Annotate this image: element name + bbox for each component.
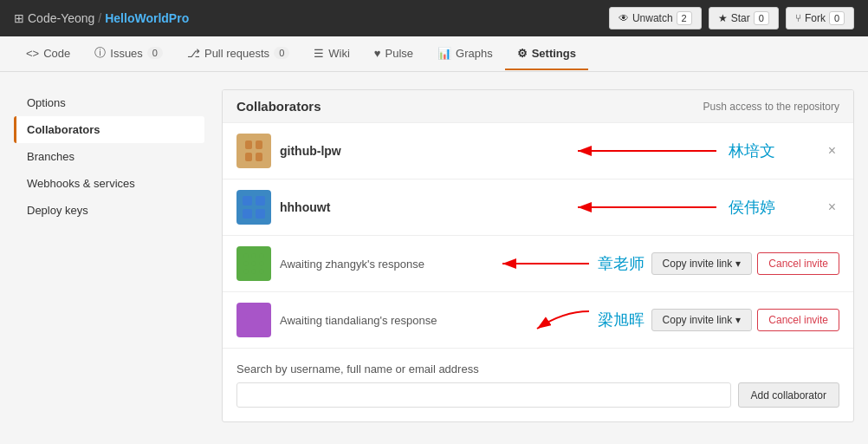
pr-icon: ⎇ — [187, 47, 200, 60]
unwatch-count: 2 — [677, 11, 692, 25]
collab-name-hhhouwt: hhhouwt — [280, 200, 552, 214]
collab-actions-tiandaliang: Copy invite link ▾ Cancel invite — [651, 309, 839, 331]
eye-icon: 👁 — [619, 12, 629, 24]
remove-collaborator-github-lpw[interactable]: × — [825, 143, 839, 159]
svg-point-14 — [259, 253, 264, 258]
annotation-group-4: 梁旭晖 — [528, 303, 651, 337]
annotation-group-2: 侯伟婷 — [552, 194, 824, 220]
tab-pull-requests[interactable]: ⎇ Pull requests 0 — [175, 38, 301, 70]
issues-icon: ⓘ — [94, 45, 106, 61]
svg-rect-3 — [256, 153, 262, 161]
main-subtitle: Push access to the repository — [703, 101, 839, 113]
collaborator-row-tiandaliang: Awaiting tiandaliang's response 梁旭晖 Copy… — [223, 292, 853, 349]
code-icon: <> — [26, 47, 39, 60]
avatar-zhangyk — [236, 246, 271, 281]
collaborator-row-hhhouwt: hhhouwt 侯伟婷 × — [223, 180, 853, 236]
main-title: Collaborators — [236, 99, 321, 114]
svg-rect-9 — [256, 209, 265, 219]
fork-icon: ⑂ — [795, 12, 801, 24]
svg-rect-23 — [246, 314, 262, 318]
svg-rect-8 — [243, 209, 252, 219]
chinese-label-2: 侯伟婷 — [729, 197, 775, 218]
svg-point-18 — [243, 269, 249, 274]
collaborator-row-github-lpw: github-lpw 林培文 × — [223, 123, 853, 180]
svg-rect-0 — [245, 140, 252, 149]
avatar-github-lpw — [236, 134, 271, 168]
tab-code[interactable]: <> Code — [14, 38, 82, 70]
tab-wiki[interactable]: ☰ Wiki — [301, 38, 362, 70]
remove-collaborator-hhhouwt[interactable]: × — [825, 199, 839, 215]
svg-point-12 — [243, 253, 249, 258]
fork-button[interactable]: ⑂ Fork 0 — [786, 7, 854, 29]
dropdown-icon-zhangyk: ▾ — [735, 258, 741, 270]
dropdown-icon-tiandaliang: ▾ — [735, 314, 741, 326]
svg-point-16 — [251, 261, 256, 266]
repo-breadcrumb: ⊞ Code-Yeong / HelloWorldPro — [14, 11, 189, 25]
chinese-label-3: 章老师 — [598, 253, 645, 274]
pr-badge: 0 — [274, 47, 289, 59]
annotation-group-3: 章老师 — [494, 251, 651, 277]
copy-invite-link-button-zhangyk[interactable]: Copy invite link ▾ — [651, 252, 753, 275]
header: ⊞ Code-Yeong / HelloWorldPro 👁 Unwatch 2… — [0, 0, 868, 36]
svg-point-13 — [251, 253, 256, 258]
sidebar-item-options[interactable]: Options — [14, 89, 204, 116]
separator: / — [98, 11, 101, 25]
svg-rect-6 — [243, 196, 252, 206]
main-header: Collaborators Push access to the reposit… — [223, 90, 853, 123]
arrow-svg-2 — [569, 194, 725, 220]
header-actions: 👁 Unwatch 2 ★ Star 0 ⑂ Fork 0 — [609, 7, 854, 29]
settings-icon: ⚙ — [517, 47, 528, 60]
collab-name-github-lpw: github-lpw — [280, 144, 552, 158]
content: Options Collaborators Branches Webhooks … — [0, 72, 868, 440]
collab-status-tiandaliang: Awaiting tiandaliang's response — [280, 314, 528, 327]
collab-actions-zhangyk: Copy invite link ▾ Cancel invite — [651, 252, 839, 275]
fork-count: 0 — [829, 11, 845, 25]
tab-issues[interactable]: ⓘ Issues 0 — [82, 36, 175, 71]
pulse-icon: ♥ — [374, 47, 381, 60]
cancel-invite-button-tiandaliang[interactable]: Cancel invite — [757, 309, 839, 331]
tab-graphs[interactable]: 📊 Graphs — [425, 38, 505, 70]
sidebar: Options Collaborators Branches Webhooks … — [14, 89, 204, 422]
cancel-invite-button-zhangyk[interactable]: Cancel invite — [757, 252, 839, 275]
sidebar-item-deploy-keys[interactable]: Deploy keys — [14, 197, 204, 224]
nav-tabs: <> Code ⓘ Issues 0 ⎇ Pull requests 0 ☰ W… — [0, 36, 868, 72]
sidebar-item-webhooks[interactable]: Webhooks & services — [14, 170, 204, 197]
collaborator-row-zhangyk: Awaiting zhangyk's response 章老师 Copy inv… — [223, 236, 853, 292]
star-count: 0 — [754, 11, 769, 25]
arrow-svg-3 — [494, 251, 598, 277]
add-collaborator-button[interactable]: Add collaborator — [738, 382, 839, 408]
svg-point-19 — [251, 269, 256, 274]
star-button[interactable]: ★ Star 0 — [709, 7, 779, 29]
avatar-hhhouwt — [236, 190, 271, 225]
wiki-icon: ☰ — [314, 47, 324, 60]
main-panel: Collaborators Push access to the reposit… — [222, 89, 854, 422]
graphs-icon: 📊 — [437, 47, 451, 60]
svg-point-17 — [259, 261, 264, 266]
tab-pulse[interactable]: ♥ Pulse — [362, 38, 425, 70]
issues-badge: 0 — [147, 47, 163, 59]
unwatch-button[interactable]: 👁 Unwatch 2 — [609, 7, 702, 29]
chinese-label-4: 梁旭晖 — [598, 310, 645, 330]
tab-settings[interactable]: ⚙ Settings — [505, 38, 588, 70]
annotation-group-1: 林培文 — [552, 138, 824, 164]
sidebar-item-branches[interactable]: Branches — [14, 143, 204, 170]
arrow-svg-4 — [528, 303, 598, 337]
repo-owner[interactable]: Code-Yeong — [28, 11, 94, 25]
chinese-label-1: 林培文 — [729, 140, 775, 161]
svg-rect-1 — [256, 140, 262, 149]
collab-status-zhangyk: Awaiting zhangyk's response — [280, 258, 494, 271]
search-input[interactable] — [236, 382, 731, 408]
svg-rect-24 — [246, 322, 262, 326]
sidebar-item-collaborators[interactable]: Collaborators — [14, 116, 204, 143]
copy-invite-link-button-tiandaliang[interactable]: Copy invite link ▾ — [651, 309, 753, 331]
avatar-tiandaliang — [236, 303, 271, 337]
repo-icon: ⊞ — [14, 11, 24, 25]
svg-point-20 — [259, 269, 264, 274]
search-row: Add collaborator — [236, 382, 839, 408]
search-area: Search by username, full name or email a… — [223, 349, 853, 421]
repo-name[interactable]: HelloWorldPro — [105, 11, 189, 25]
svg-rect-2 — [245, 153, 252, 161]
star-icon: ★ — [718, 12, 728, 24]
svg-rect-7 — [256, 196, 265, 206]
arrow-svg-1 — [569, 138, 725, 164]
